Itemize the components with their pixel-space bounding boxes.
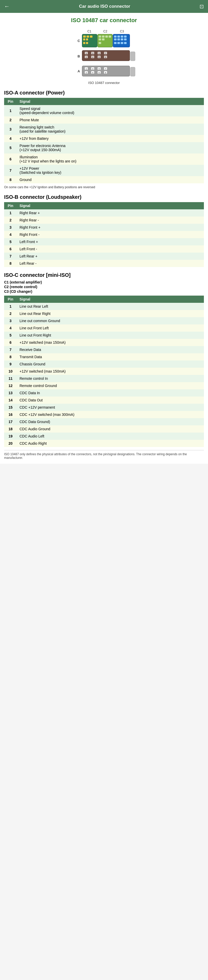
- svg-rect-19: [99, 42, 101, 44]
- svg-text:5: 5: [99, 68, 100, 70]
- svg-rect-28: [124, 38, 127, 40]
- pin-signal: +12V Power (Switched via Ignition key): [17, 165, 204, 176]
- col-signal-b: Signal: [17, 202, 204, 209]
- svg-rect-30: [117, 42, 120, 44]
- table-row: 2Right Rear -: [4, 216, 204, 224]
- col-signal-a: Signal: [17, 98, 204, 105]
- section-c-sub1: C1 (external amplifier): [4, 280, 204, 284]
- pin-signal: +12V switched (max 150mA): [17, 339, 204, 346]
- pin-number: 5: [4, 142, 17, 153]
- pin-number: 7: [4, 253, 17, 260]
- section-a-note: On some cars the +12V Ignition and Batte…: [4, 185, 204, 189]
- svg-rect-10: [83, 42, 85, 44]
- table-row: 7+12V Power (Switched via Ignition key): [4, 165, 204, 176]
- svg-text:4: 4: [92, 56, 93, 59]
- pin-signal: CDC Data Ground): [17, 418, 204, 425]
- pin-signal: CDC +12V switched (max 300mA): [17, 411, 204, 418]
- svg-rect-17: [99, 38, 101, 40]
- svg-rect-5: [83, 35, 86, 38]
- pin-number: 7: [4, 346, 17, 353]
- svg-text:6: 6: [99, 56, 100, 59]
- table-row: 6Left Front -: [4, 245, 204, 253]
- pin-number: 14: [4, 396, 17, 404]
- table-row: 17CDC Data Ground): [4, 418, 204, 425]
- table-row: 7Receive Data: [4, 346, 204, 353]
- table-row: 8Left Rear -: [4, 260, 204, 267]
- svg-rect-11: [86, 42, 88, 44]
- pin-number: 2: [4, 216, 17, 224]
- pin-number: 10: [4, 368, 17, 375]
- section-a-title: ISO-A connector (Power): [4, 90, 204, 96]
- pin-signal: Left Front +: [17, 238, 204, 245]
- pin-signal: Line out Rear Right: [17, 310, 204, 317]
- table-row: 16CDC +12V switched (max 300mA): [4, 411, 204, 418]
- pin-signal: Left Rear +: [17, 253, 204, 260]
- table-row: 8Transmit Data: [4, 353, 204, 361]
- svg-rect-18: [102, 38, 104, 40]
- share-icon[interactable]: ⊡: [200, 3, 204, 10]
- pin-signal: Reversing light switch (used for satelli…: [17, 124, 204, 135]
- svg-text:1: 1: [86, 68, 87, 70]
- pin-signal: Line out Front Right: [17, 332, 204, 339]
- svg-rect-21: [114, 35, 117, 38]
- pin-signal: Left Rear -: [17, 260, 204, 267]
- svg-text:C2: C2: [103, 30, 107, 33]
- pin-number: 4: [4, 135, 17, 142]
- section-a-table: Pin Signal 1Speed signal (speed-dependen…: [4, 98, 204, 183]
- pin-number: 16: [4, 411, 17, 418]
- pin-number: 5: [4, 238, 17, 245]
- table-row: 1Speed signal (speed-dependent volume co…: [4, 105, 204, 116]
- svg-rect-7: [90, 35, 93, 38]
- pin-signal: Illumination (+12 V input when the light…: [17, 153, 204, 165]
- pin-number: 3: [4, 124, 17, 135]
- pin-number: 1: [4, 303, 17, 310]
- back-icon[interactable]: ←: [4, 3, 10, 10]
- pin-signal: Line out common Ground: [17, 317, 204, 325]
- pin-signal: Line out Rear Left: [17, 303, 204, 310]
- pin-number: 5: [4, 332, 17, 339]
- pin-number: 4: [4, 231, 17, 238]
- svg-text:C1: C1: [87, 30, 91, 33]
- svg-rect-27: [121, 38, 123, 40]
- svg-text:A: A: [77, 69, 80, 73]
- svg-text:1: 1: [86, 52, 87, 54]
- pin-number: 15: [4, 404, 17, 411]
- pin-signal: Left Front -: [17, 245, 204, 253]
- svg-text:3: 3: [92, 68, 93, 70]
- svg-rect-25: [114, 38, 117, 40]
- pin-number: 9: [4, 361, 17, 368]
- section-c-title: ISO-C connector [mini-ISO]: [4, 272, 204, 278]
- table-row: 14CDC Data Out: [4, 396, 204, 404]
- pin-signal: Line out Front Left: [17, 325, 204, 332]
- pin-signal: +12V switched (max 150mA): [17, 368, 204, 375]
- pin-signal: Right Rear +: [17, 209, 204, 216]
- svg-rect-31: [121, 42, 123, 44]
- table-row: 19CDC Audio Left: [4, 433, 204, 440]
- section-b-title: ISO-B connector (Loudspeaker): [4, 194, 204, 200]
- pin-number: 8: [4, 353, 17, 361]
- app-header: ← Car audio ISO connector ⊡: [0, 0, 208, 13]
- table-row: 6+12V switched (max 150mA): [4, 339, 204, 346]
- svg-text:C3: C3: [120, 30, 124, 33]
- svg-text:2: 2: [86, 72, 87, 74]
- svg-rect-70: [131, 67, 135, 76]
- svg-text:5: 5: [99, 52, 100, 54]
- svg-rect-32: [124, 42, 127, 44]
- main-content: ISO 10487 car connector C1 C2 C3 C: [0, 13, 208, 464]
- pin-signal: CDC +12V permanent: [17, 404, 204, 411]
- pin-number: 3: [4, 224, 17, 231]
- table-row: 5Line out Front Right: [4, 332, 204, 339]
- svg-text:6: 6: [99, 72, 100, 74]
- connector-label: ISO 10487 connector: [88, 81, 120, 85]
- section-b-table: Pin Signal 1Right Rear +2Right Rear -3Ri…: [4, 202, 204, 267]
- pin-signal: Right Rear -: [17, 216, 204, 224]
- svg-text:3: 3: [92, 52, 93, 54]
- footer-note: ISO 10487 only defines the physical attr…: [4, 450, 204, 460]
- pin-number: 4: [4, 325, 17, 332]
- pin-signal: CDC Audio Right: [17, 440, 204, 447]
- pin-signal: Remote control Ground: [17, 382, 204, 389]
- svg-rect-24: [124, 35, 127, 38]
- pin-signal: CDC Data Out: [17, 396, 204, 404]
- table-row: 4Line out Front Left: [4, 325, 204, 332]
- svg-rect-16: [109, 35, 111, 38]
